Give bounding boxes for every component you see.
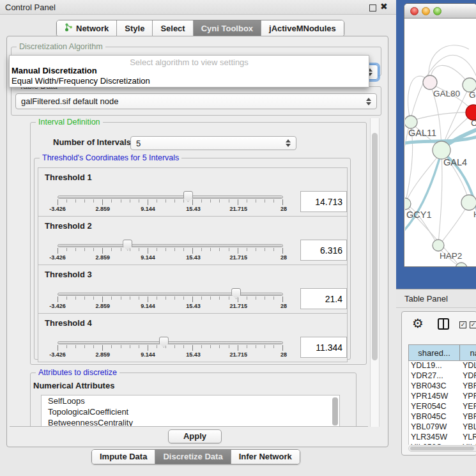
network-window-titlebar[interactable] [404,4,476,19]
slider-tick-value: 2.859 [96,351,111,358]
table-cell[interactable]: YIL0 [460,443,476,445]
threshold-label: Threshold 3 [45,270,92,279]
table-cell[interactable]: YDR2 [460,371,476,381]
bottom-tab-strip: Impute Data Discretize Data Infer Networ… [91,449,300,464]
table-cell[interactable]: YBL079W [409,422,460,433]
network-node[interactable] [433,141,450,159]
list-scrollbar-thumb[interactable] [332,397,338,426]
table-cell[interactable]: YBR045C [409,412,460,422]
column-header-name[interactable]: na [460,345,476,360]
table-cell[interactable]: YBL0 [460,422,476,433]
tab-discretize-data[interactable]: Discretize Data [155,450,231,464]
table-cell[interactable]: YLR3 [460,433,476,443]
table-cell[interactable]: YER0 [460,402,476,412]
popup-item-manual[interactable]: Manual Discretization [10,66,369,76]
checkbox-icon[interactable]: ✓ [470,321,476,328]
threshold-value-field[interactable] [300,191,347,212]
popup-item-equal-width[interactable]: Equal Width/Frequency Discretization [10,76,369,86]
table-cell[interactable]: YBR0 [460,381,476,392]
slider-track[interactable] [58,244,283,247]
close-icon[interactable]: ✖ [380,1,388,12]
popup-placeholder: Select algorithm to view settings [10,56,369,66]
column-header-shared-name[interactable]: shared... [409,345,460,360]
table-cell[interactable]: YER054C [409,402,460,412]
list-item[interactable]: SelfLoops [42,395,339,406]
network-canvas[interactable]: GAL80 G C GAL11 GAL4 GCY1 H HAP2 [405,19,476,267]
threshold-value-field[interactable] [300,288,347,309]
network-node[interactable] [461,195,476,210]
table-cell[interactable]: YLR345W [409,433,460,443]
threshold-label: Threshold 4 [45,318,92,328]
tab-jactivemnodules[interactable]: jActiveMNodules [261,20,344,36]
slider-tick-value: 9.144 [141,351,155,358]
threshold-slider[interactable]: -3.4262.8599.14415.4321.71528 [58,337,284,360]
table-cell[interactable]: YPR1 [460,392,476,402]
numerical-attributes-list[interactable]: SelfLoops TopologicalCoefficient Between… [41,395,340,427]
slider-tick-labels: -3.4262.8599.14415.4321.71528 [58,351,284,359]
table-horizontal-scrollbar-thumb[interactable] [410,447,474,450]
tab-style[interactable]: Style [117,20,153,36]
table-panel-title: Table Panel [404,294,448,303]
tab-infer-label: Infer Network [239,452,292,461]
threshold-label: Threshold 1 [45,173,92,182]
threshold-slider[interactable]: -3.4262.8599.14415.4321.71528 [58,288,284,311]
zoom-traffic-icon[interactable] [433,7,441,15]
minimize-traffic-icon[interactable] [422,7,430,15]
number-of-intervals-combobox[interactable]: 5 [130,136,296,150]
table-row[interactable]: YBL079W YBL0 [409,422,476,433]
threshold-value-field[interactable] [300,337,347,358]
stepper-arrows-icon [366,98,372,105]
tab-infer-network[interactable]: Infer Network [231,450,300,464]
network-node[interactable] [423,75,437,89]
slider-track[interactable] [58,293,283,296]
group-title: Discretization Algorithm [17,42,105,51]
slider-tick-value: 21.715 [229,206,247,212]
main-scrollbar-thumb[interactable] [372,133,378,360]
table-cell[interactable]: YDL1 [460,361,476,371]
close-traffic-icon[interactable] [410,7,418,15]
table-row[interactable]: YIL052C YIL0 [409,443,476,445]
table-row[interactable]: YPR145W YPR1 [409,392,476,402]
threshold-value-field[interactable] [300,240,347,261]
group-title: Threshold's Coordinates for 5 Intervals [40,153,181,162]
network-node[interactable] [405,116,417,128]
slider-track[interactable] [58,196,283,199]
split-columns-icon[interactable] [438,318,449,330]
table-cell[interactable]: YPR145W [409,392,460,402]
list-item[interactable]: BetweennessCentrality [42,417,339,427]
table-cell[interactable]: YBR043C [409,381,460,392]
gear-icon[interactable]: ⚙ [412,316,424,331]
checkbox-icon[interactable]: ✓ [459,321,466,328]
threshold-slider[interactable]: -3.4262.8599.14415.4321.71528 [58,191,284,214]
stepper-arrows-icon [286,139,291,147]
table-cell[interactable]: YDR27... [409,371,460,381]
group-title: Attributes to discretize [36,368,119,377]
network-node[interactable] [433,240,444,251]
threshold-slider[interactable]: -3.4262.8599.14415.4321.71528 [58,240,284,263]
table-body[interactable]: YDL19... YDL1 YDR27... YDR2 YBR043C YBR0… [408,361,476,445]
tab-cyni-toolbox[interactable]: Cyni Toolbox [194,20,261,36]
table-horizontal-scrollbar[interactable] [408,445,476,452]
main-scrollbar[interactable] [370,118,380,427]
tab-impute-data[interactable]: Impute Data [92,450,155,464]
slider-track[interactable] [58,341,283,344]
table-row[interactable]: YBR043C YBR0 [409,381,476,392]
float-window-icon[interactable] [369,4,376,12]
tab-network[interactable]: Network [57,20,117,36]
slider-tick-value: 28 [280,254,287,261]
table-row[interactable]: YBR045C YBR0 [409,412,476,422]
apply-button[interactable]: Apply [168,429,222,443]
network-node[interactable] [405,198,411,210]
list-item[interactable]: TopologicalCoefficient [42,406,339,417]
table-cell[interactable]: YDL19... [409,361,460,371]
table-row[interactable]: YLR345W YLR3 [409,433,476,443]
table-cell[interactable]: YIL052C [409,443,460,445]
table-cell[interactable]: YBR0 [460,412,476,422]
table-data-combobox[interactable]: galFiltered.sif default node [15,93,377,109]
table-row[interactable]: YDR27... YDR2 [409,371,476,381]
tab-select[interactable]: Select [153,20,193,36]
threshold-list: Threshold 1 -3.4262.8599.14415.4321.7152… [38,168,348,362]
slider-tick-value: -3.426 [49,206,66,212]
table-row[interactable]: YER054C YER0 [409,402,476,412]
table-row[interactable]: YDL19... YDL1 [409,361,476,371]
